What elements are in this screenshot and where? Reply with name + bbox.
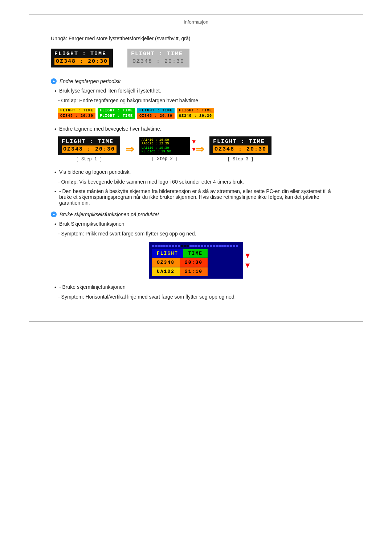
sub-text-2: - Omløp: Vis bevegende bilde sammen med … <box>58 179 341 185</box>
step2-row1: AA1/10 : 16:00AA0025 : 12:35 <box>142 138 188 145</box>
pixel-dot <box>230 245 232 247</box>
pixel-dot <box>233 245 235 247</box>
intro-text: Unngå: Farger med store lystetthetsforsk… <box>51 36 341 41</box>
step3-label: [ Step 3 ] <box>228 157 254 162</box>
step2-display: AA1/10 : 16:00AA0025 : 12:35 UA1110 : 19… <box>139 137 190 155</box>
pixel-dot <box>181 245 183 247</box>
bullet-list-3: Vis bildene og logoen periodisk. <box>54 169 341 175</box>
vb4-data: OZ348 : 20:30 <box>177 113 214 119</box>
step1-box: FLIGHT : TIME OZ348 : 20:30 [ Step 1 ] <box>58 136 120 162</box>
pixel-dot <box>216 245 218 247</box>
pixel-dot <box>178 245 180 247</box>
pixel-dot <box>166 245 168 247</box>
step-demo-row: FLIGHT : TIME OZ348 : 20:30 [ Step 1 ] ⇒… <box>58 136 341 162</box>
gray-box-row1: FLIGHT : TIME <box>131 51 186 57</box>
flight-boxes-comparison: FLIGHT : TIME OZ348 : 20:30 FLIGHT : TIM… <box>51 49 341 67</box>
step1-flight-display: FLIGHT : TIME OZ348 : 20:30 <box>58 136 120 155</box>
pixel-dot <box>204 245 206 247</box>
list-item-5: - Bruke skjermlinjefunksjonen <box>54 284 341 290</box>
section2-dot-icon <box>51 212 57 217</box>
gray-box-row2: OZ348 : 20:30 <box>131 58 186 65</box>
vb1-header: FLIGHT : TIME <box>58 108 95 113</box>
pixel-dot <box>152 245 154 247</box>
step2-label: [ Step 2 ] <box>152 156 178 161</box>
side-arrows: ▼ ▼ <box>244 251 251 270</box>
section2-sub3: - Symptom: Horisontal/vertikal linje med… <box>58 294 341 300</box>
step2-arrows-icon: ▼▼ <box>191 138 197 153</box>
pixel-dot <box>236 245 238 247</box>
variant-box-4: FLIGHT : TIME OZ348 : 20:30 <box>177 108 214 119</box>
pixel-dot <box>187 245 189 247</box>
pixel-time1: 20:30 <box>180 258 208 267</box>
section2-bullet1: Bruk Skjermpikselfunksjonen <box>59 221 124 227</box>
bullet-list-5: - Bruke skjermlinjefunksjonen <box>54 284 341 290</box>
pixel-dots-row <box>152 245 240 247</box>
vb3-header: FLIGHT : TIME <box>137 108 175 113</box>
section1-header: Endre tegnfargen periodisk <box>51 78 341 84</box>
step1-label: [ Step 1 ] <box>76 157 102 162</box>
page-header: Informasjon <box>29 15 363 25</box>
bullet-list-4: - Den beste månten å beskytte skjermen f… <box>54 188 341 206</box>
vb3-data: OZ348 : 20:30 <box>137 113 175 119</box>
color-loop-boxes: FLIGHT : TIME OZ348 : 20:30 FLIGHT : TIM… <box>58 108 341 119</box>
arrow-right-icon-1: ⇒ <box>126 143 134 155</box>
step3-box: FLIGHT : TIME OZ348 : 20:30 [ Step 3 ] <box>209 136 271 162</box>
step3-flight-display: FLIGHT : TIME OZ348 : 20:30 <box>209 136 271 155</box>
pixel-flight2: UA102 <box>152 267 180 276</box>
bullet1-text: Bruk lyse farger med liten forskjell i l… <box>59 88 161 94</box>
gray-flight-box: FLIGHT : TIME OZ348 : 20:30 <box>127 49 189 67</box>
step3-row1: FLIGHT : TIME <box>213 139 268 145</box>
bullet2-text: Endre tegnene med bevegelse hver halvtim… <box>59 126 162 132</box>
pixel-time2: 21:10 <box>180 267 208 276</box>
pixel-dot <box>198 245 200 247</box>
pixel-dot <box>207 245 209 247</box>
variant-box-3: FLIGHT : TIME OZ348 : 20:30 <box>137 108 175 119</box>
vb2-data: FLIGHT : TIME <box>98 113 135 119</box>
arrow-right-icon-2: ⇒ <box>196 143 204 155</box>
sub-text-1: - Omløp: Endre tegnfargen og bakgrunnsfa… <box>58 98 341 103</box>
pixel-dot <box>184 245 186 247</box>
bullet3-text: Vis bildene og logoen periodisk. <box>59 169 131 175</box>
arrow-down-2-icon: ▼ <box>244 261 251 270</box>
pixel-data-row2: UA102 21:10 <box>152 267 240 276</box>
vb2-header: FLIGHT : TIME <box>98 108 135 113</box>
pixel-dot <box>189 245 192 247</box>
bullet5-text: - Bruke skjermlinjefunksjonen <box>59 284 126 290</box>
pixel-flight1: OZ348 <box>152 258 180 267</box>
vb4-header: FLIGHT : TIME <box>177 108 214 113</box>
pixel-time-header: TIME <box>183 249 208 258</box>
pixel-dot <box>192 245 195 247</box>
pixel-dot <box>195 245 197 247</box>
pixel-dot <box>163 245 166 247</box>
bottom-divider <box>29 321 363 322</box>
section2-header: Bruke skjermpikselsfunksjonen på produkt… <box>51 212 341 217</box>
step2-box-container: AA1/10 : 16:00AA0025 : 12:35 UA1110 : 19… <box>139 137 190 161</box>
pixel-dot <box>221 245 224 247</box>
section2-sub1: - Symptom: Prikk med svart farge som fly… <box>58 231 341 237</box>
pixel-dot <box>210 245 212 247</box>
pixel-box: FLIGHT TIME OZ348 20:30 UA102 21:10 <box>149 242 243 279</box>
pixel-dot <box>175 245 177 247</box>
dark-box-row2: OZ348 : 20:30 <box>54 58 109 65</box>
list-item-2: Endre tegnene med bevegelse hver halvtim… <box>54 126 341 132</box>
step1-row1: FLIGHT : TIME <box>62 139 117 145</box>
variant-box-1: FLIGHT : TIME OZ348 : 20:30 <box>58 108 95 119</box>
section1-title: Endre tegnfargen periodisk <box>60 78 121 84</box>
pixel-dot <box>169 245 171 247</box>
pixel-dot <box>160 245 163 247</box>
dark-flight-box: FLIGHT : TIME OZ348 : 20:30 <box>51 49 113 67</box>
pixel-dot <box>213 245 215 247</box>
arrow-down-1-icon: ▼ <box>244 251 251 260</box>
step1-row2: OZ348 : 20:30 <box>62 145 117 153</box>
pixel-header-row: FLIGHT TIME <box>152 249 240 258</box>
pixel-dot <box>201 245 203 247</box>
bullet-list-2: Endre tegnene med bevegelse hver halvtim… <box>54 126 341 132</box>
section2-list-item: Bruk Skjermpikselfunksjonen <box>54 221 341 227</box>
pixel-dot <box>158 245 160 247</box>
section2-bullet-list: Bruk Skjermpikselfunksjonen <box>54 221 341 227</box>
list-item-3: Vis bildene og logoen periodisk. <box>54 169 341 175</box>
vb1-data: OZ348 : 20:30 <box>58 113 95 119</box>
bullet4-text: - Den beste månten å beskytte skjermen f… <box>59 188 341 206</box>
dark-box-row1: FLIGHT : TIME <box>54 51 109 57</box>
pixel-dot <box>224 245 226 247</box>
